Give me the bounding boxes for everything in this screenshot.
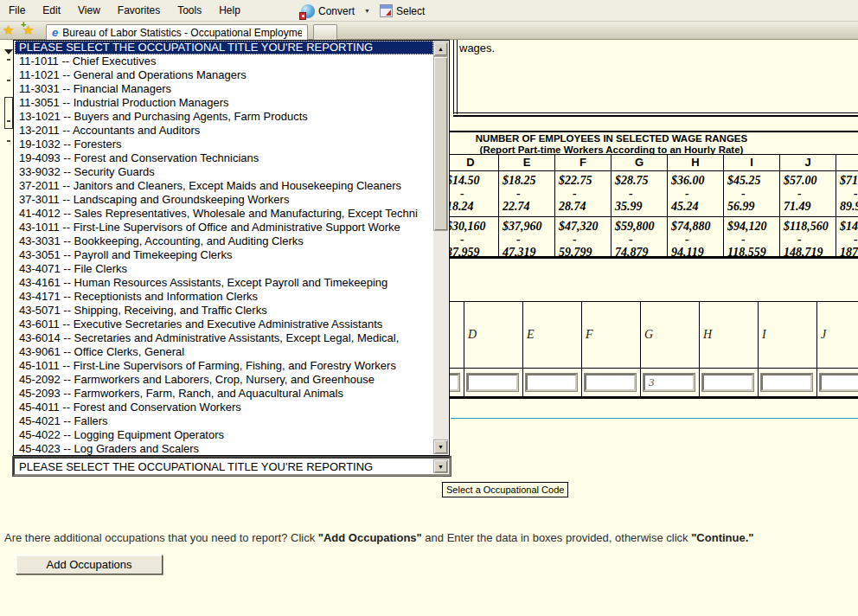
triangle-down-icon: ▼ (438, 444, 444, 450)
occupation-option[interactable]: 11-1011 -- Chief Executives (15, 55, 433, 68)
employee-count-input[interactable] (702, 374, 753, 391)
occupation-option[interactable]: 45-2093 -- Farmworkers, Farm, Ranch, and… (15, 387, 433, 401)
select-dropdown-button[interactable]: ▼ (433, 459, 448, 473)
occupation-option[interactable]: 45-1011 -- First-Line Supervisors of Far… (15, 359, 433, 373)
annual-wage-range-cell: $47,320 - 59,799 (555, 217, 611, 256)
chevron-down-icon[interactable]: ▼ (361, 8, 374, 14)
annual-wage-range-cell: $94,120 - 118,559 (724, 217, 780, 256)
occupation-listbox: PLEASE SELECT THE OCCUPATIONAL TITLE YOU… (13, 40, 450, 456)
scroll-up-button[interactable]: ▲ (433, 42, 448, 56)
convert-button[interactable]: Convert (298, 3, 357, 20)
column-letter: D (443, 155, 499, 170)
column-letter: D (464, 302, 523, 368)
occupation-option[interactable]: 33-9032 -- Security Guards (15, 165, 433, 179)
occupation-option[interactable]: 11-3051 -- Industrial Production Manager… (15, 96, 433, 110)
occupation-option[interactable]: 11-1021 -- General and Operations Manage… (15, 68, 433, 82)
occupation-option[interactable]: 43-1011 -- First-Line Supervisors of Off… (15, 221, 433, 234)
occupation-option[interactable]: 43-9061 -- Office Clerks, General (15, 345, 433, 359)
entry-cell (523, 369, 582, 396)
occupation-option[interactable]: 19-4093 -- Forest and Conservation Techn… (15, 151, 433, 165)
page-fragment-dash (7, 80, 10, 81)
wages-paragraph-fragment: wages. (459, 42, 495, 55)
employee-count-input[interactable] (820, 374, 858, 391)
occupation-option[interactable]: PLEASE SELECT THE OCCUPATIONAL TITLE YOU… (15, 41, 433, 55)
menu-item[interactable]: Edit (34, 2, 69, 19)
column-letter: G (611, 155, 668, 170)
menu-item[interactable]: View (69, 2, 109, 19)
occupation-option[interactable]: 45-4022 -- Logging Equipment Operators (15, 428, 433, 442)
select-label: Select (396, 5, 425, 17)
occupation-option[interactable]: 43-4161 -- Human Resources Assistants, E… (15, 276, 433, 290)
occupation-option[interactable]: 41-4012 -- Sales Representatives, Wholes… (15, 207, 433, 221)
occupation-option[interactable]: 37-2011 -- Janitors and Cleaners, Except… (15, 179, 433, 193)
annual-wage-range-cell: $37,960 - 47,319 (499, 217, 555, 256)
plus-icon: + (21, 19, 26, 29)
column-letter: E (499, 155, 555, 170)
tooltip: Select a Occupational Code (442, 482, 568, 497)
column-letter: F (555, 155, 611, 170)
employee-count-input[interactable] (644, 374, 695, 391)
hourly-wage-range-cell: $14.50 - 18.24 (443, 171, 499, 216)
occupation-select[interactable]: PLEASE SELECT THE OCCUPATIONAL TITLE YOU… (13, 457, 451, 476)
hourly-wage-range-cell: $71.50 - 89.99 (836, 171, 858, 216)
column-letter: H (668, 155, 724, 170)
occupation-option[interactable]: 45-4021 -- Fallers (15, 414, 433, 428)
occupation-option[interactable]: 43-6011 -- Executive Secretaries and Exe… (15, 318, 433, 331)
occupation-option[interactable]: 45-4023 -- Log Graders and Scalers (15, 442, 433, 455)
convert-pdf-icon (301, 4, 315, 18)
browser-tab[interactable]: e Bureau of Labor Statistics - Occupatio… (46, 24, 308, 40)
box-border (457, 40, 458, 114)
listbox-scrollbar: ▲ ▼ (433, 42, 448, 454)
occupation-option[interactable]: 43-5071 -- Shipping, Receiving, and Traf… (15, 304, 433, 318)
menu-item[interactable]: File (0, 2, 34, 19)
occupation-option[interactable]: 43-4171 -- Receptionists and Information… (15, 290, 433, 304)
tab-title: Bureau of Labor Statistics - Occupationa… (62, 27, 302, 39)
occupation-option[interactable]: 37-3011 -- Landscaping and Groundskeepin… (15, 193, 433, 207)
annual-wage-range-cell: $59,800 - 74,879 (611, 217, 668, 256)
occupation-option[interactable]: 13-1021 -- Buyers and Purchasing Agents,… (15, 110, 433, 124)
add-occupations-button[interactable]: Add Occupations (16, 555, 163, 574)
page-fragment-dash (7, 120, 10, 122)
select-tool-button[interactable]: Select (377, 3, 427, 19)
occupation-option[interactable]: 11-3031 -- Financial Managers (15, 82, 433, 96)
occupation-option[interactable]: 45-4011 -- Forest and Conservation Worke… (15, 401, 433, 414)
scroll-down-button[interactable]: ▼ (433, 440, 448, 454)
employee-count-input[interactable] (467, 374, 518, 391)
column-letter: J (780, 155, 836, 170)
triangle-up-icon: ▲ (438, 46, 444, 52)
horizontal-divider (451, 418, 858, 419)
add-favorite-icon[interactable]: ★+ (22, 22, 34, 38)
page-fragment-box (4, 97, 13, 129)
occupation-option[interactable]: 43-3051 -- Payroll and Timekeeping Clerk… (15, 248, 433, 262)
occupation-option[interactable]: 13-2011 -- Accountants and Auditors (15, 124, 433, 138)
occupation-option[interactable]: 45-2092 -- Farmworkers and Laborers, Cro… (15, 373, 433, 387)
employee-count-input[interactable] (526, 374, 577, 391)
convert-label: Convert (318, 5, 355, 17)
occupation-option[interactable]: 43-3031 -- Bookkeeping, Accounting, and … (15, 234, 433, 248)
entry-cell (817, 369, 858, 396)
occupation-option[interactable]: 43-4071 -- File Clerks (15, 262, 433, 276)
additional-occupations-prompt: Are there additional occupations that yo… (4, 531, 848, 544)
hourly-wage-range-cell: $22.75 - 28.74 (555, 171, 611, 216)
employee-count-input[interactable] (585, 374, 636, 391)
pdf-badge-icon (299, 12, 306, 20)
hourly-wage-range-cell: $57.00 - 71.49 (780, 171, 836, 216)
occupation-option[interactable]: 19-1032 -- Foresters (15, 138, 433, 151)
column-letter: E (523, 302, 582, 368)
toolbar-right: Convert ▼ Select (298, 0, 427, 22)
box-border (453, 112, 858, 113)
occupation-option[interactable]: 43-6014 -- Secretaries and Administrativ… (15, 331, 433, 345)
favorites-star-icon[interactable]: ★ (3, 22, 14, 38)
column-letter: K (836, 155, 858, 170)
scrollbar-thumb[interactable] (433, 56, 448, 231)
menu-item[interactable]: Favorites (109, 2, 169, 19)
employee-count-input[interactable] (761, 374, 812, 391)
new-tab-stub[interactable] (313, 24, 337, 40)
annual-wage-range-cell: $118,560 - 148,719 (780, 217, 836, 256)
page-fragment-dash (7, 140, 10, 142)
menu-item[interactable]: Tools (169, 2, 210, 19)
menu-item[interactable]: Help (210, 2, 249, 19)
select-tool-icon (380, 4, 393, 17)
box-border (453, 40, 454, 114)
annual-wage-range-cell: $74,880 - 94,119 (668, 217, 724, 256)
